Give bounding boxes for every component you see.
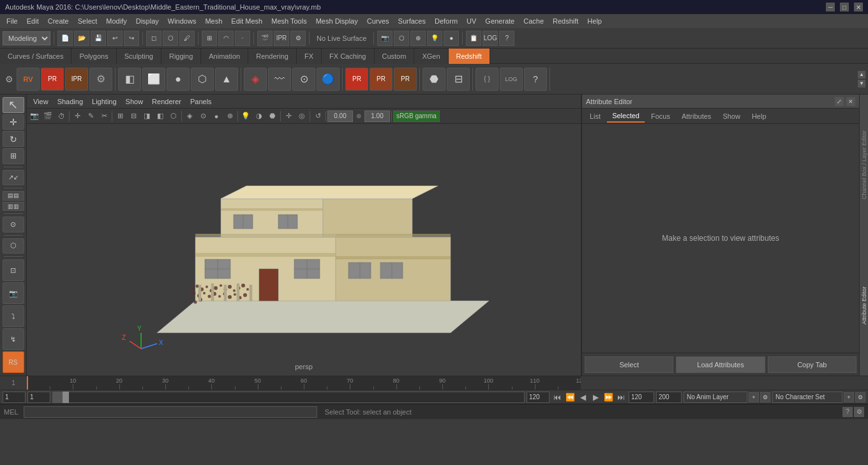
shelf-icon-cone[interactable]: ▲ — [215, 68, 238, 91]
command-input[interactable] — [24, 406, 317, 418]
vp-shade2-btn[interactable]: ⬡ — [167, 110, 180, 123]
close-button[interactable]: ✕ — [854, 3, 863, 11]
soft-select-btn[interactable]: ⊙ — [3, 217, 24, 232]
pb-play[interactable]: ▶ — [590, 392, 601, 403]
menu-edit[interactable]: Edit — [23, 16, 43, 26]
menu-deform[interactable]: Deform — [431, 16, 461, 26]
select-btn[interactable]: ◻ — [146, 31, 161, 46]
shelf-icon-prim[interactable]: PR — [41, 68, 64, 91]
shelf-icon-script[interactable]: { } — [475, 68, 498, 91]
vp-film-btn[interactable]: 🎬 — [41, 110, 54, 123]
render-btn[interactable]: 🎬 — [257, 31, 273, 46]
pb-play-back[interactable]: ◀ — [577, 392, 588, 403]
channel-box-label[interactable]: Channel Box / Layer Editor — [860, 95, 868, 235]
snap-grid-btn[interactable]: ⊞ — [202, 31, 217, 46]
vp-sel-btn[interactable]: ✛ — [71, 110, 84, 123]
snap-curve-btn[interactable]: ◠ — [218, 31, 234, 46]
shelf-icon-ipr[interactable]: IPR — [65, 68, 88, 91]
tab-sculpting[interactable]: Sculpting — [117, 49, 161, 64]
ae-copy-btn[interactable]: Copy Tab — [768, 356, 857, 373]
shelf-icon-rv[interactable]: RV — [17, 68, 40, 91]
vp-shade-btn[interactable]: ◨ — [140, 110, 153, 123]
vp-anim-btn[interactable]: ↺ — [311, 110, 324, 123]
render-settings-btn[interactable]: ⚙ — [290, 31, 306, 46]
shelf-icon-sphere[interactable]: ● — [167, 68, 190, 91]
show-manip-btn[interactable]: ↗↙ — [3, 170, 24, 186]
tab-animation[interactable]: Animation — [201, 49, 248, 64]
anim-start-field[interactable]: 200 — [656, 392, 682, 403]
script-btn[interactable]: 📋 — [466, 31, 481, 46]
vp-knife-btn[interactable]: ✂ — [98, 110, 110, 123]
anim-layer-settings[interactable]: ⚙ — [760, 392, 770, 402]
char-set-settings[interactable]: ⚙ — [855, 392, 865, 402]
shelf-icon-circle[interactable]: ⊙ — [292, 68, 315, 91]
track-btn[interactable]: ⊕ — [410, 31, 426, 46]
menu-mesh[interactable]: Mesh — [201, 16, 226, 26]
menu-display[interactable]: Display — [132, 16, 163, 26]
range-start-field[interactable]: 1 — [3, 392, 26, 403]
cam-btn[interactable]: 📷 — [377, 31, 393, 46]
vp-view-menu[interactable]: View — [29, 96, 52, 107]
shelf-icon-settings[interactable]: ⚙ — [89, 68, 112, 91]
shelf-icon-pr3[interactable]: PR — [370, 68, 393, 91]
menu-uv[interactable]: UV — [463, 16, 480, 26]
lt-anim[interactable]: ⤵ — [3, 305, 24, 327]
ae-tab-attributes[interactable]: Attributes — [677, 111, 716, 122]
anim-end-field[interactable]: 120 — [629, 392, 654, 403]
vp-num1[interactable]: 0.00 — [327, 111, 353, 122]
vp-cam-btn[interactable]: 📷 — [28, 110, 41, 123]
help-btn2[interactable]: ? — [499, 31, 514, 46]
attr-editor-label[interactable]: Attribute Editor — [860, 235, 868, 376]
ae-tab-selected[interactable]: Selected — [607, 110, 645, 123]
vp-lighting-menu[interactable]: Lighting — [88, 96, 121, 107]
vp-ao-btn[interactable]: ● — [210, 110, 223, 123]
menu-modify[interactable]: Modify — [102, 16, 130, 26]
vp-color-badge[interactable]: sRGB gamma — [393, 111, 440, 122]
menu-windows[interactable]: Windows — [164, 16, 200, 26]
modeling-dropdown[interactable]: Modeling — [3, 31, 50, 45]
shelf-icon-pr4[interactable]: PR — [394, 68, 417, 91]
tab-rendering[interactable]: Rendering — [248, 49, 297, 64]
attr-editor-close[interactable]: ✕ — [846, 97, 855, 106]
status-icon-help[interactable]: ? — [842, 407, 853, 417]
vp-flat-btn[interactable]: ◧ — [154, 110, 167, 123]
menu-redshift[interactable]: Redshift — [549, 16, 582, 26]
tab-fx[interactable]: FX — [297, 49, 322, 64]
vp-wire-btn[interactable]: ⊟ — [127, 110, 140, 123]
shelf-settings-btn[interactable]: ⚙ — [3, 73, 15, 86]
fx-btn[interactable]: ● — [444, 31, 459, 46]
shelf-icon-mesh[interactable]: ⊟ — [447, 68, 470, 91]
menu-select[interactable]: Select — [74, 16, 101, 26]
char-set-dropdown[interactable]: No Character Set — [772, 392, 842, 403]
menu-help[interactable]: Help — [583, 16, 606, 26]
lt-render-region[interactable]: ⊡ — [3, 259, 24, 281]
pb-skip-back[interactable]: ⏮ — [551, 392, 563, 403]
viewport-canvas[interactable]: X Y Z persp — [27, 124, 581, 376]
lt-sim[interactable]: ↯ — [3, 328, 24, 350]
ipr-btn[interactable]: IPR — [274, 31, 289, 46]
ae-tab-focus[interactable]: Focus — [646, 111, 675, 122]
vp-manip-btn[interactable]: ✛ — [282, 110, 295, 123]
pb-step-fwd[interactable]: ⏩ — [602, 392, 614, 403]
vp-sil-btn[interactable]: ⊙ — [197, 110, 209, 123]
vp-show-menu[interactable]: Show — [122, 96, 147, 107]
open-btn[interactable]: 📂 — [74, 31, 89, 46]
time-slider[interactable] — [52, 392, 525, 403]
rotate-tool-btn[interactable]: ↻ — [3, 131, 24, 147]
redo-btn[interactable]: ↪ — [124, 31, 139, 46]
tab-xgen[interactable]: XGen — [414, 49, 448, 64]
menu-mesh-display[interactable]: Mesh Display — [312, 16, 362, 26]
ae-select-btn[interactable]: Select — [585, 356, 673, 373]
shelf-icon-log2[interactable]: LOG — [500, 68, 523, 91]
vp-renderer-menu[interactable]: Renderer — [148, 96, 185, 107]
menu-curves[interactable]: Curves — [363, 16, 393, 26]
lt-redshift[interactable]: RS — [3, 351, 24, 373]
maximize-button[interactable]: □ — [840, 3, 849, 11]
slider-thumb[interactable] — [63, 392, 69, 403]
vp-shading-menu[interactable]: Shading — [54, 96, 87, 107]
menu-surfaces[interactable]: Surfaces — [394, 16, 430, 26]
ae-tab-list[interactable]: List — [585, 111, 606, 122]
pb-step-back[interactable]: ⏪ — [564, 392, 576, 403]
lt-camera[interactable]: 📷 — [3, 282, 24, 304]
tab-custom[interactable]: Custom — [375, 49, 415, 64]
